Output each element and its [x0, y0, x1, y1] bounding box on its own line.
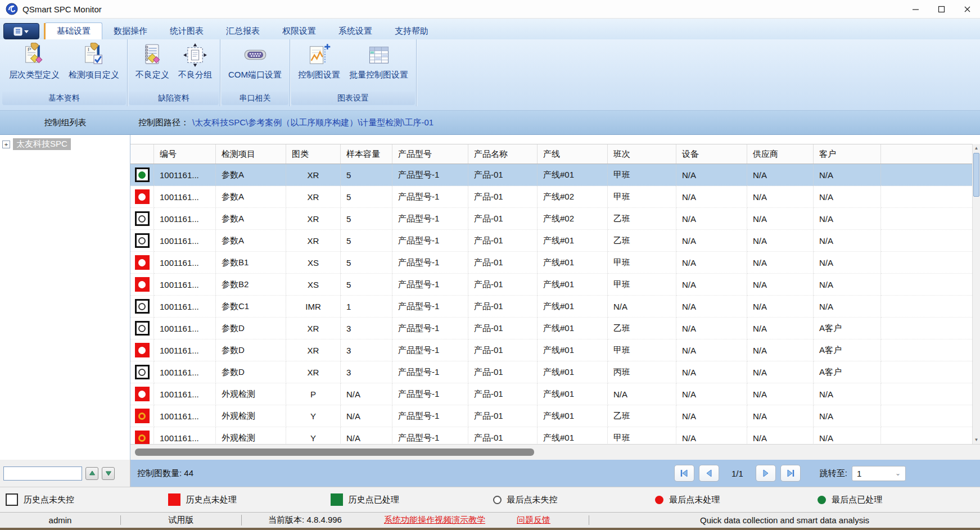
- column-header[interactable]: 客户: [814, 144, 881, 164]
- table-row[interactable]: 1001161... 参数D XR 3 产品型号-1 产品-01 产线#01 丙…: [130, 361, 972, 383]
- cell-id: 1001161...: [154, 252, 216, 274]
- cell-inspection-item: 外观检测: [216, 405, 286, 427]
- cell-filler: [881, 252, 972, 274]
- list-menu-icon: [13, 27, 30, 36]
- table-row[interactable]: 1001161... 参数A XR 5 产品型号-1 产品-01 产线#01 甲…: [130, 164, 972, 186]
- cell-product-name: 产品-01: [468, 164, 538, 186]
- search-down-button[interactable]: [102, 467, 115, 480]
- tree-root-label[interactable]: 太友科技SPC: [13, 138, 71, 150]
- first-page-icon: [679, 469, 689, 478]
- prev-page-button[interactable]: [699, 465, 719, 482]
- ribbon-button[interactable]: 不良分组: [175, 42, 215, 81]
- menu-tab[interactable]: 汇总报表: [215, 22, 271, 39]
- cell-chart-type: P: [286, 383, 341, 405]
- menu-tab[interactable]: 基础设置: [45, 22, 102, 39]
- app-logo-icon: [6, 3, 18, 15]
- minimize-button[interactable]: [902, 0, 928, 18]
- cell-device: N/A: [676, 186, 747, 208]
- column-header[interactable]: [130, 144, 154, 164]
- cell-product-model: 产品型号-1: [392, 186, 468, 208]
- table-row[interactable]: 1001161... 参数A XR 5 产品型号-1 产品-01 产线#02 甲…: [130, 186, 972, 208]
- ribbon-button[interactable]: 不良定义: [132, 42, 173, 81]
- last-page-button[interactable]: [780, 465, 801, 482]
- ribbon-button[interactable]: I 检测项目定义: [65, 42, 123, 81]
- column-header[interactable]: 样本容量: [341, 144, 392, 164]
- tree-search-input[interactable]: [3, 466, 82, 481]
- pager-main: 控制图数量: 44 1/1 跳转至: 1 ⌄: [130, 460, 980, 487]
- cell-shift: 甲班: [608, 186, 676, 208]
- table-row[interactable]: 1001161... 外观检测 Y N/A 产品型号-1 产品-01 产线#01…: [130, 405, 972, 427]
- video-tutorial-link[interactable]: 系统功能操作视频演示教学: [368, 515, 501, 526]
- chevron-down-icon: ⌄: [895, 469, 901, 477]
- maximize-button[interactable]: [928, 0, 954, 18]
- column-header[interactable]: 产品型号: [392, 144, 468, 164]
- ribbon-button[interactable]: 批量控制图设置: [346, 42, 412, 81]
- cell-production-line: 产线#01: [538, 252, 608, 274]
- menu-tab[interactable]: 数据操作: [102, 22, 159, 39]
- column-header[interactable]: 产线: [538, 144, 608, 164]
- chart-path-value: \太友科技SPC\参考案例（以工序顺序构建）\计量型检测\工序-01: [192, 117, 433, 128]
- row-status-icon: [130, 274, 154, 296]
- table-row[interactable]: 1001161... 参数A XR 5 产品型号-1 产品-01 产线#01 乙…: [130, 230, 972, 252]
- column-header[interactable]: 产品名称: [468, 144, 538, 164]
- next-page-icon: [761, 469, 771, 478]
- horizontal-scrollbar-thumb[interactable]: [135, 449, 534, 456]
- table-row[interactable]: 1001161... 参数D XR 3 产品型号-1 产品-01 产线#01 甲…: [130, 339, 972, 361]
- cell-id: 1001161...: [154, 208, 216, 230]
- menu-tab[interactable]: 权限设置: [271, 22, 327, 39]
- legend-bar: 历史点未失控 历史点未处理 历史点已处理 最后点未失控 最后点未处理 最后点已处…: [0, 487, 980, 512]
- cell-shift: 乙班: [608, 405, 676, 427]
- column-header[interactable]: 图类: [286, 144, 341, 164]
- goto-page-select[interactable]: 1 ⌄: [852, 466, 906, 481]
- first-page-button[interactable]: [674, 465, 694, 482]
- scroll-up-icon[interactable]: ▲: [973, 144, 980, 152]
- menu-tab[interactable]: 统计图表: [159, 22, 215, 39]
- table-row[interactable]: 1001161... 参数B2 XS 5 产品型号-1 产品-01 产线#01 …: [130, 274, 972, 296]
- table-row[interactable]: 1001161... 参数D XR 3 产品型号-1 产品-01 产线#01 乙…: [130, 318, 972, 339]
- column-header[interactable]: 班次: [608, 144, 676, 164]
- cell-sample-size: N/A: [341, 383, 392, 405]
- table-row[interactable]: 1001161... 参数A XR 5 产品型号-1 产品-01 产线#02 乙…: [130, 208, 972, 230]
- cell-customer: A客户: [814, 318, 881, 339]
- tree-search-panel: [0, 460, 130, 487]
- cell-production-line: 产线#01: [538, 405, 608, 427]
- scroll-down-icon[interactable]: ▼: [973, 436, 980, 444]
- table-row[interactable]: 1001161... 外观检测 Y N/A 产品型号-1 产品-01 产线#01…: [130, 427, 972, 444]
- ribbon-group: COM端口设置 串口相关: [220, 39, 290, 106]
- cell-inspection-item: 参数C1: [216, 296, 286, 318]
- cell-id: 1001161...: [154, 296, 216, 318]
- column-header[interactable]: 检测项目: [216, 144, 286, 164]
- ribbon-button[interactable]: P 层次类型定义: [6, 42, 63, 81]
- ribbon-button[interactable]: 控制图设置: [295, 42, 344, 81]
- tree-node-root[interactable]: + 太友科技SPC: [0, 138, 130, 150]
- vertical-scrollbar[interactable]: ▲ ▼: [972, 144, 980, 444]
- table-row[interactable]: 1001161... 外观检测 P N/A 产品型号-1 产品-01 产线#01…: [130, 383, 972, 405]
- cell-id: 1001161...: [154, 230, 216, 252]
- column-header[interactable]: 设备: [676, 144, 747, 164]
- ribbon-button-label: 不良分组: [178, 70, 212, 80]
- table-row[interactable]: 1001161... 参数B1 XS 5 产品型号-1 产品-01 产线#01 …: [130, 252, 972, 274]
- horizontal-scrollbar[interactable]: [130, 444, 980, 460]
- ribbon-button[interactable]: COM端口设置: [225, 42, 285, 81]
- cell-inspection-item: 参数A: [216, 208, 286, 230]
- table-row[interactable]: 1001161... 参数C1 IMR 1 产品型号-1 产品-01 产线#01…: [130, 296, 972, 318]
- search-up-button[interactable]: [85, 467, 98, 480]
- column-header[interactable]: 编号: [154, 144, 216, 164]
- cell-customer: N/A: [814, 383, 881, 405]
- cell-supplier: N/A: [747, 186, 814, 208]
- menu-tab[interactable]: 系统设置: [327, 22, 383, 39]
- ribbon-group: 不良定义 不良分组 缺陷资料: [128, 39, 220, 106]
- tree-expand-icon[interactable]: +: [2, 141, 10, 148]
- cell-shift: 丙班: [608, 361, 676, 383]
- vertical-scrollbar-thumb[interactable]: [973, 153, 979, 197]
- close-button[interactable]: [954, 0, 980, 18]
- column-header[interactable]: 供应商: [747, 144, 814, 164]
- cell-chart-type: XR: [286, 186, 341, 208]
- menu-tab[interactable]: 支持帮助: [383, 22, 440, 39]
- cell-product-model: 产品型号-1: [392, 383, 468, 405]
- status-bar: admin 试用版 当前版本: 4.8.4.996 系统功能操作视频演示教学 问…: [0, 512, 980, 528]
- next-page-button[interactable]: [756, 465, 776, 482]
- feedback-link[interactable]: 问题反馈: [501, 515, 566, 526]
- cell-supplier: N/A: [747, 383, 814, 405]
- app-menu-button[interactable]: [3, 23, 39, 39]
